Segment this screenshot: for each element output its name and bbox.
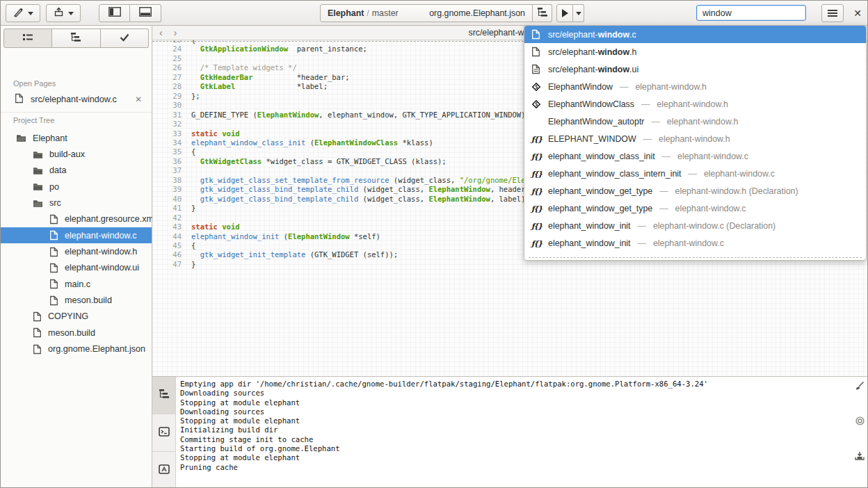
folder-icon	[33, 150, 43, 159]
run-options-button[interactable]	[573, 4, 584, 22]
line-number: 36	[152, 157, 191, 166]
tree-item-build-aux[interactable]: build-aux	[1, 146, 152, 162]
omnibar-button[interactable]: Elephant/master org.gnome.Elephant.json	[320, 4, 533, 22]
bottom-tab-build-output[interactable]	[152, 377, 175, 414]
result-location: elephant-window.c	[704, 169, 775, 179]
tree-item-label: org.gnome.Elephant.json	[48, 344, 145, 354]
titlebar: Elephant/master org.gnome.Elephant.json …	[1, 1, 867, 26]
window-close-button[interactable]: ✕	[848, 3, 867, 23]
terminal-icon	[159, 427, 170, 439]
stop-build-button[interactable]	[855, 416, 865, 428]
func-icon: ƒ{}	[531, 187, 548, 195]
toggle-bottom-panel-button[interactable]	[130, 4, 161, 22]
toggle-left-panel-button[interactable]	[99, 4, 130, 22]
search-results-popover: src/elephant-window.csrc/elephant-window…	[524, 25, 867, 261]
tree-item-elephant-window.h[interactable]: elephant-window.h	[1, 243, 152, 259]
tree-item-elephant-window.c[interactable]: elephant-window.c	[1, 227, 152, 243]
search-result-item[interactable]: src/elephant-window.ui	[524, 60, 866, 78]
search-result-item[interactable]: ƒ{}elephant_window_class_init—elephant-w…	[524, 147, 866, 165]
editor-mode-dropdown-button[interactable]	[6, 4, 40, 22]
search-result-item[interactable]: ƒ{}elephant_window_init—elephant-window.…	[524, 217, 866, 234]
folder-open-icon	[33, 199, 43, 208]
build-popover-button[interactable]	[533, 4, 552, 22]
func-icon: ƒ{}	[531, 222, 548, 230]
result-symbol-name: ElephantWindowClass	[548, 99, 634, 109]
search-result-item[interactable]: ƒ{}ELEPHANT_WINDOW—elephant-window.h	[524, 130, 866, 147]
code-text: {	[191, 241, 195, 250]
tree-item-COPYING[interactable]: COPYING	[1, 309, 152, 325]
result-symbol-name: ElephantWindow	[548, 82, 613, 92]
result-symbol-name: elephant_window_init	[548, 221, 631, 231]
result-symbol-name: elephant_window_class_init	[548, 152, 655, 161]
code-text: }	[191, 260, 195, 268]
sidebar-tab-build[interactable]	[52, 29, 100, 48]
result-symbol-name: elephant_window_get_type	[548, 204, 652, 213]
open-page-item[interactable]: src/elephant-window.c ✕	[1, 90, 152, 108]
left-sidebar: Open Pages src/elephant-window.c ✕ Proje…	[1, 26, 152, 488]
folder-icon	[33, 182, 43, 191]
gnome-builder-window: Elephant/master org.gnome.Elephant.json …	[0, 0, 868, 488]
tree-item-elephant-window.ui[interactable]: elephant-window.ui	[1, 260, 152, 276]
tree-item-data[interactable]: data	[1, 163, 152, 179]
search-result-item[interactable]: src/elephant-window.c	[524, 26, 866, 43]
checkmark-icon	[120, 32, 129, 44]
forward-icon[interactable]: ›	[174, 27, 177, 38]
project-name: Elephant	[328, 8, 364, 18]
tree-item-org.gnome.Elephant.json[interactable]: org.gnome.Elephant.json	[1, 341, 152, 357]
line-number: 35	[152, 147, 191, 156]
sidebar-tab-bar	[3, 29, 149, 48]
run-button[interactable]	[556, 4, 573, 22]
code-text: elephant_window_init (ElephantWindow *se…	[191, 232, 380, 241]
sidebar-tab-todo[interactable]	[101, 29, 149, 48]
scroll-undershoot-bottom	[529, 257, 862, 258]
save-log-button[interactable]	[855, 450, 865, 463]
line-number: 39	[152, 185, 191, 194]
build-tree-icon	[159, 389, 170, 402]
sidebar-divider	[1, 112, 152, 113]
code-text: {	[191, 147, 195, 156]
search-result-item[interactable]: ƒ{}elephant_window_get_type—elephant-win…	[524, 182, 866, 200]
tree-item-meson.build[interactable]: meson.build	[1, 292, 152, 308]
tree-item-elephant.gresource.xml[interactable]: elephant.gresource.xml	[1, 211, 152, 227]
search-result-item[interactable]: ElephantWindow—elephant-window.h	[524, 78, 866, 95]
line-number: 42	[152, 213, 191, 222]
build-output-log: Emptying app dir '/home/christian/.cache…	[180, 380, 849, 472]
line-number: 33	[152, 129, 191, 138]
back-icon[interactable]: ‹	[159, 27, 163, 38]
dropdown-caret-icon	[576, 12, 581, 15]
line-number: 32	[152, 120, 191, 129]
search-result-item[interactable]: ƒ{}elephant_window_class_intern_init—ele…	[524, 165, 866, 182]
tree-item-Elephant[interactable]: Elephant	[1, 130, 152, 146]
result-location: elephant-window.h	[657, 99, 728, 109]
tree-item-meson.build[interactable]: meson.build	[1, 325, 152, 341]
log-line: Stopping at module elephant	[180, 453, 849, 462]
result-location: elephant-window.h (Declaration)	[675, 186, 798, 196]
bottom-tab-app-output[interactable]	[152, 452, 175, 488]
file-icon	[49, 230, 58, 241]
record-icon	[855, 416, 865, 428]
search-result-item[interactable]: ElephantWindowClass—elephant-window.h	[524, 95, 866, 113]
search-result-item[interactable]: ƒ{}elephant_window_get_type—elephant-win…	[524, 200, 866, 217]
tree-item-po[interactable]: po	[1, 179, 152, 195]
bottom-tab-terminal[interactable]	[152, 414, 175, 452]
sidebar-tab-pages[interactable]	[3, 29, 52, 48]
file-icon	[49, 263, 58, 273]
export-dropdown-button[interactable]	[46, 4, 81, 22]
tree-item-label: src	[49, 198, 61, 208]
search-result-item[interactable]: ƒ{}elephant_window_init—elephant-window.…	[524, 234, 866, 252]
search-result-item[interactable]: src/elephant-window.h	[524, 43, 866, 60]
result-location: elephant-window.c	[677, 152, 748, 161]
tree-item-main.c[interactable]: main.c	[1, 276, 152, 292]
history-nav: ‹ ›	[159, 26, 177, 40]
file-icon	[15, 93, 24, 106]
search-result-item[interactable]: ElephantWindow_autoptr—elephant-window.h	[524, 113, 866, 130]
clear-log-button[interactable]	[855, 381, 865, 393]
panel-left-icon	[108, 7, 121, 19]
tree-item-src[interactable]: src	[1, 195, 152, 211]
result-separator: —	[631, 221, 653, 231]
line-number: 31	[152, 111, 191, 120]
menu-button[interactable]	[821, 4, 844, 22]
close-page-icon[interactable]: ✕	[135, 95, 142, 104]
folder-icon	[33, 166, 43, 175]
global-search-input[interactable]	[696, 5, 806, 21]
